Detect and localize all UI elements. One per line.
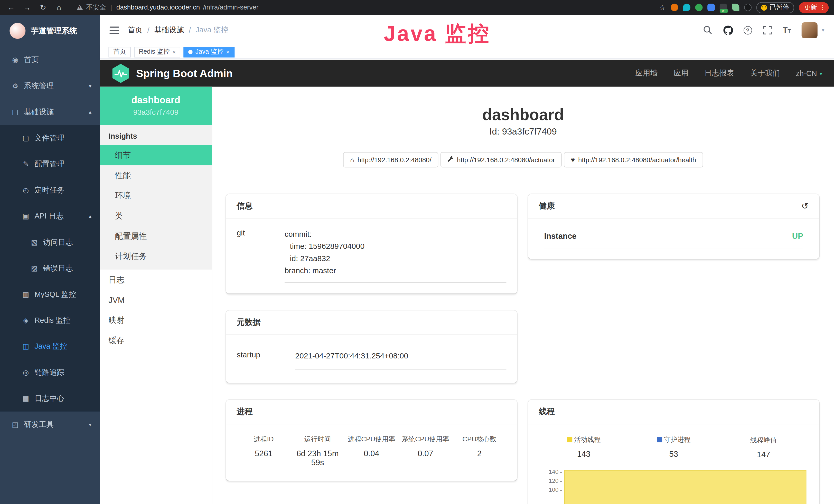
chevron-down-icon[interactable]: ▾ [822, 27, 824, 33]
health-url-button[interactable]: ♥ http://192.168.0.2:48080/actuator/heal… [564, 152, 703, 167]
sba-nav-journal[interactable]: 日志报表 [704, 69, 734, 78]
app-brand-label: 芋道管理系统 [31, 26, 77, 36]
sidebar-item-system[interactable]: ⚙ 系统管理 ▾ [0, 73, 100, 99]
threads-card-title: 线程 [528, 400, 819, 424]
instance-links: ⌂ http://192.168.0.2:48080/ http://192.1… [212, 152, 834, 167]
sidebar-item-label: 文件管理 [35, 133, 64, 143]
extension-on-icon[interactable]: on [720, 4, 727, 11]
sba-nav-applications[interactable]: 应用 [674, 69, 688, 78]
breadcrumb-infra[interactable]: 基础设施 [154, 25, 184, 35]
home-icon[interactable]: ⌂ [53, 3, 65, 12]
sidebar-item-access-log[interactable]: ▧ 访问日志 [0, 229, 100, 255]
sidebar-item-config[interactable]: ✎ 配置管理 [0, 151, 100, 177]
sidebar-item-label: 定时任务 [35, 185, 64, 195]
sba-app-id: 93a3fc7f7409 [105, 108, 206, 116]
actuator-url-button[interactable]: http://192.168.0.2:48080/actuator [440, 152, 562, 167]
sba-item-caches[interactable]: 缓存 [100, 330, 212, 350]
sba-item-environment[interactable]: 环境 [100, 186, 212, 206]
sba-item-metrics[interactable]: 性能 [100, 165, 212, 186]
help-icon[interactable]: ? [743, 26, 752, 34]
sidebar-item-label: 基础设施 [24, 107, 54, 117]
sidebar-item-tracing[interactable]: ◎ 链路追踪 [0, 360, 100, 385]
github-icon[interactable] [723, 25, 733, 35]
address-bar[interactable]: 不安全 | dashboard.yudao.iocoder.cn/infra/a… [76, 3, 655, 12]
reload-icon[interactable]: ↻ [37, 3, 49, 12]
paused-badge[interactable]: 已暂停 [756, 2, 794, 13]
health-instance-row[interactable]: Instance UP [544, 231, 803, 248]
sidebar-item-files[interactable]: ▢ 文件管理 [0, 125, 100, 151]
stat-label: 系统CPU使用率 [398, 435, 452, 444]
breadcrumb-home[interactable]: 首页 [128, 25, 142, 35]
breadcrumb-separator: / [148, 26, 150, 34]
sidebar-item-label: 配置管理 [35, 159, 64, 169]
chevron-down-icon: ▾ [89, 83, 91, 89]
sidebar-item-java[interactable]: ◫ Java 监控 [0, 333, 100, 359]
sidebar-item-log-center[interactable]: ▦ 日志中心 [0, 385, 100, 411]
legend-peak-threads: 线程峰值 147 [719, 435, 809, 459]
hamburger-icon[interactable] [110, 26, 119, 34]
extension-teal-icon[interactable] [683, 4, 690, 11]
emoji-icon [761, 5, 767, 10]
tab-java-monitor[interactable]: Java 监控 × [184, 46, 234, 57]
close-icon[interactable]: × [226, 48, 229, 55]
avatar[interactable] [802, 22, 817, 38]
page-title: dashboard [212, 106, 834, 124]
sba-sidebar: dashboard 93a3fc7f7409 Insights 细节 性能 环境… [100, 87, 212, 504]
card-title: 元数据 [237, 317, 261, 327]
stat-label: 运行时间 [290, 435, 345, 444]
service-url-button[interactable]: ⌂ http://192.168.0.2:48080/ [343, 152, 438, 167]
process-cpu: 进程CPU使用率 0.04 [345, 435, 398, 467]
font-size-icon[interactable]: TT [783, 25, 791, 35]
search-icon[interactable] [703, 25, 712, 35]
y-tick: 100 [539, 485, 563, 495]
legend-value: 143 [539, 449, 629, 458]
sidebar-item-label: 系统管理 [24, 81, 54, 91]
extension-leaf-icon[interactable] [731, 4, 739, 11]
extension-dark-icon[interactable] [744, 4, 751, 11]
sidebar-item-devtools[interactable]: ◰ 研发工具 ▾ [0, 412, 100, 437]
sba-item-mappings[interactable]: 映射 [100, 310, 212, 330]
sidebar-item-scheduler[interactable]: ◴ 定时任务 [0, 177, 100, 203]
legend-value: 53 [629, 449, 719, 458]
sidebar-item-home[interactable]: ◉ 首页 [0, 47, 100, 73]
sba-item-configprops[interactable]: 配置属性 [100, 226, 212, 246]
sba-nav-about[interactable]: 关于我们 [750, 69, 780, 78]
update-button[interactable]: 更新 ⋮ [799, 2, 829, 13]
process-uptime: 运行时间 6d 23h 15m 59s [290, 435, 345, 467]
extension-grid-icon[interactable] [707, 4, 715, 11]
warning-icon [76, 5, 83, 10]
sidebar-item-error-log[interactable]: ▨ 错误日志 [0, 255, 100, 281]
extension-green-icon[interactable] [695, 4, 702, 11]
history-icon[interactable]: ↺ [802, 201, 809, 211]
file-icon: ▢ [22, 134, 30, 142]
info-card-title: 信息 [226, 194, 517, 219]
sba-item-classes[interactable]: 类 [100, 206, 212, 226]
extension-orange-icon[interactable] [671, 4, 678, 11]
paused-label: 已暂停 [769, 3, 789, 12]
sidebar-item-redis[interactable]: ◈ Redis 监控 [0, 307, 100, 333]
sba-insights-section: Insights 细节 性能 环境 类 配置属性 计划任务 [100, 125, 212, 270]
sba-root-items: 日志 JVM 映射 缓存 [100, 270, 212, 350]
info-value: commit: time: 1596289704000 id: 27aa832 … [285, 228, 506, 283]
language-selector[interactable]: zh-CN ▾ [796, 69, 822, 77]
sba-nav-wallboard[interactable]: 应用墙 [635, 69, 658, 78]
bookmark-star-icon[interactable]: ☆ [659, 3, 666, 12]
tab-redis-monitor[interactable]: Redis 监控 × [134, 46, 180, 57]
metadata-card-body: startup 2021-04-27T00:44:31.254+08:00 [226, 335, 517, 383]
sidebar-item-api-log[interactable]: ▣ API 日志 ▴ [0, 203, 100, 229]
fullscreen-icon[interactable] [763, 25, 772, 35]
back-icon[interactable]: ← [5, 3, 17, 12]
sba-item-logfile[interactable]: 日志 [100, 270, 212, 290]
sba-item-jvm[interactable]: JVM [100, 290, 212, 310]
close-icon[interactable]: × [172, 48, 176, 55]
tab-home[interactable]: 首页 [108, 46, 131, 57]
sidebar-item-mysql[interactable]: ▥ MySQL 监控 [0, 281, 100, 307]
sba-item-scheduled-tasks[interactable]: 计划任务 [100, 246, 212, 267]
kebab-menu-icon[interactable]: ⋮ [819, 4, 826, 11]
sba-app-header[interactable]: dashboard 93a3fc7f7409 [100, 87, 212, 125]
forward-icon[interactable]: → [21, 3, 33, 12]
sba-item-details[interactable]: 细节 [100, 145, 212, 165]
breadcrumb-current: Java 监控 [196, 25, 228, 35]
sidebar-item-infra[interactable]: ▤ 基础设施 ▴ [0, 99, 100, 125]
chart-y-axis: 140 120 100 [539, 467, 563, 504]
